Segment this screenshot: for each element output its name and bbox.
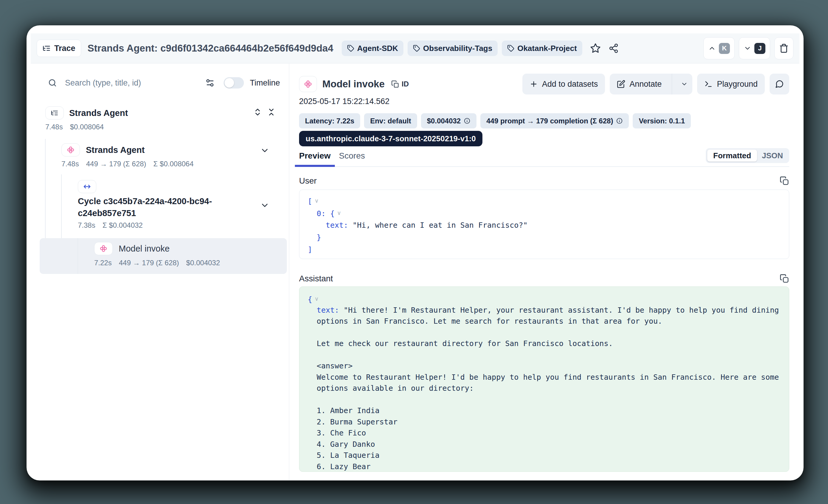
trace-header: Trace Strands Agent: c9d6f01342ca664464b… <box>31 33 799 64</box>
arrows-left-right-icon <box>83 182 91 191</box>
tag-icon <box>347 45 354 52</box>
agent-icon <box>99 244 108 253</box>
observation-detail-panel: Model invoke ID Add to datasets Annotate <box>289 64 803 480</box>
info-icon[interactable] <box>464 117 470 124</box>
duration-value: 7.38s <box>78 221 95 229</box>
pen-square-icon <box>617 80 625 88</box>
chat-bubble-icon <box>775 80 784 88</box>
observation-title: Model invoke <box>322 78 385 90</box>
next-trace-button[interactable]: J <box>739 37 770 59</box>
observation-type-icon-badge <box>299 76 317 92</box>
tree-node-trace-icon-badge[interactable] <box>45 107 64 120</box>
duration-value: 7.48s <box>61 160 79 168</box>
tag-agent-sdk[interactable]: Agent-SDK <box>342 41 404 56</box>
chip-label: 449 prompt → 179 completion (Σ 628) <box>486 117 613 125</box>
token-usage-value: 449 → 179 (Σ 628) <box>86 160 147 168</box>
tree-node-root-stats: 7.48s $0.008064 <box>45 123 104 131</box>
format-toggle-formatted[interactable]: Formatted <box>707 150 757 162</box>
agent-icon <box>66 145 75 154</box>
button-divider <box>672 74 672 94</box>
chevron-up-icon <box>708 44 716 52</box>
collapse-all-icon[interactable] <box>267 108 276 117</box>
latency-chip: Latency: 7.22s <box>299 113 360 128</box>
tag-list: Agent-SDK Observability-Tags Okatank-Pro… <box>342 41 582 56</box>
annotate-menu-button[interactable] <box>676 74 692 94</box>
prev-trace-button[interactable]: K <box>703 37 735 59</box>
trace-badge-label: Trace <box>54 44 75 53</box>
assistant-message-json[interactable]: {∨ text: "Hi there! I'm Restaurant Helpe… <box>308 293 781 472</box>
cost-value: $0.004032 <box>186 259 220 267</box>
copy-id-control[interactable]: ID <box>391 80 409 88</box>
app-window: Trace Strands Agent: c9d6f01342ca664464b… <box>27 25 803 480</box>
section-label: Assistant <box>299 274 333 284</box>
list-tree-icon <box>42 44 51 52</box>
model-name-badge[interactable]: us.anthropic.claude-3-7-sonnet-20250219-… <box>299 131 483 146</box>
chevron-down-icon[interactable] <box>260 201 270 210</box>
tab-preview[interactable]: Preview <box>295 148 335 166</box>
user-message-card: [∨ 0: {∨ text: "Hi, where can I eat in S… <box>299 190 789 259</box>
tree-node-root-title[interactable]: Strands Agent <box>69 108 128 118</box>
tree-node-agent-title[interactable]: Strands Agent <box>86 145 144 155</box>
user-message-json[interactable]: [∨ 0: {∨ text: "Hi, where can I eat in S… <box>308 195 781 256</box>
chip-label: Latency: 7.22s <box>305 117 354 125</box>
tree-expand-controls <box>253 108 276 117</box>
tag-observability-tags[interactable]: Observability-Tags <box>408 41 498 56</box>
format-toggle-json[interactable]: JSON <box>757 150 788 162</box>
assistant-section-header: Assistant <box>299 273 789 285</box>
chip-label: Version: 0.1.1 <box>639 117 685 125</box>
format-toggle: Formatted JSON <box>706 148 789 163</box>
assistant-message-card: {∨ text: "Hi there! I'm Restaurant Helpe… <box>299 286 789 472</box>
chevron-down-icon <box>681 81 688 88</box>
agent-icon <box>303 79 313 89</box>
tag-icon <box>413 45 420 52</box>
tag-icon <box>507 45 514 52</box>
observation-meta-chips: Latency: 7.22s Env: default $0.004032 44… <box>299 113 691 128</box>
chevron-down-icon[interactable] <box>260 146 270 155</box>
tree-node-agent-icon-badge[interactable] <box>61 143 80 157</box>
tree-row-selected-bg <box>40 238 287 274</box>
info-icon[interactable] <box>616 117 623 124</box>
trace-tree: Strands Agent 7.48s $0.008064 Strands Ag… <box>27 64 289 480</box>
preview-tabs-row: Preview Scores Formatted JSON <box>295 148 789 167</box>
tag-label: Observability-Tags <box>423 44 492 53</box>
user-section-header: User <box>299 175 789 187</box>
cost-value: Σ $0.008064 <box>153 160 194 168</box>
share-icon[interactable] <box>609 43 619 53</box>
add-to-datasets-button[interactable]: Add to datasets <box>523 74 605 94</box>
env-chip: Env: default <box>364 113 417 128</box>
annotate-split-button: Annotate <box>610 74 692 94</box>
tree-node-cycle-title[interactable]: Cycle c3c45b7a-224a-4200-bc94-c24eb857e7… <box>78 195 218 219</box>
duration-value: 7.22s <box>94 259 112 267</box>
tag-okatank-project[interactable]: Okatank-Project <box>502 41 582 56</box>
tag-label: Okatank-Project <box>517 44 577 53</box>
tabs: Preview Scores <box>295 148 369 166</box>
tree-node-model-title[interactable]: Model invoke <box>119 244 170 254</box>
terminal-icon <box>704 80 713 88</box>
copy-icon[interactable] <box>780 274 789 284</box>
avatar: J <box>754 43 765 54</box>
button-label: Playground <box>717 80 758 89</box>
annotate-button[interactable]: Annotate <box>610 74 668 94</box>
trash-icon <box>779 44 789 53</box>
comments-button[interactable] <box>770 74 789 94</box>
observation-actions: Add to datasets Annotate <box>523 74 789 94</box>
duration-value: 7.48s <box>45 123 63 131</box>
tree-node-cycle-icon-badge[interactable] <box>78 180 96 193</box>
page-title: Strands Agent: c9d6f01342ca664464b2e56f6… <box>88 43 333 54</box>
tree-node-cycle-stats: 7.38s Σ $0.004032 <box>78 221 143 229</box>
copy-icon[interactable] <box>780 176 789 186</box>
cost-chip: $0.004032 <box>421 113 477 128</box>
cost-value: Σ $0.004032 <box>102 221 143 229</box>
delete-trace-button[interactable] <box>774 37 793 59</box>
version-chip: Version: 0.1.1 <box>633 113 691 128</box>
chevron-down-icon <box>744 44 751 52</box>
tab-scores[interactable]: Scores <box>335 148 369 166</box>
tree-node-model-icon-badge[interactable] <box>94 242 113 255</box>
playground-button[interactable]: Playground <box>697 74 765 94</box>
star-icon[interactable] <box>590 43 601 54</box>
expand-all-icon[interactable] <box>253 108 262 117</box>
chip-label: Env: default <box>370 117 411 125</box>
tree-node-model-stats: 7.22s 449 → 179 (Σ 628) $0.004032 <box>94 259 220 267</box>
tag-label: Agent-SDK <box>357 44 398 53</box>
plus-icon <box>530 80 538 88</box>
